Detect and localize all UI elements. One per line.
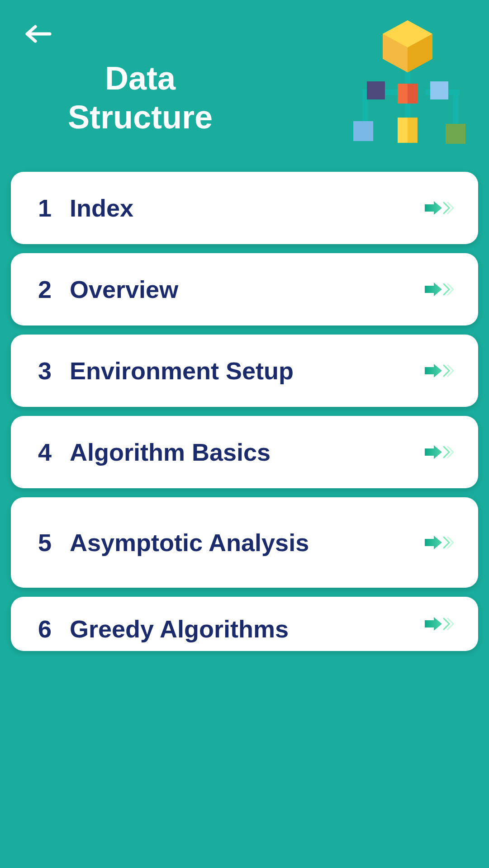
data-structure-illustration-icon [340,14,475,149]
topic-title: Algorithm Basics [70,438,424,466]
back-arrow-icon [18,25,54,43]
page-title: Data Structure [54,59,226,137]
topic-card[interactable]: 5Asymptotic Analysis [11,497,478,588]
topic-title: Overview [70,275,424,303]
forward-arrow-icon [424,280,456,298]
topic-number: 2 [38,275,70,303]
topic-title: Asymptotic Analysis [70,528,424,557]
topic-card[interactable]: 4Algorithm Basics [11,416,478,488]
svg-rect-18 [398,118,408,143]
forward-arrow-icon [424,533,456,552]
svg-rect-16 [353,121,373,141]
topic-number: 4 [38,438,70,466]
svg-rect-14 [367,81,385,99]
svg-rect-19 [446,124,465,144]
forward-arrow-icon [424,443,456,461]
back-button[interactable] [18,23,54,45]
topic-list: 1Index 2Overview 3Environment Setup 4Alg… [0,172,489,651]
topic-card[interactable]: 3Environment Setup [11,335,478,407]
topic-title: Greedy Algorithms [70,615,424,643]
topic-number: 1 [38,194,70,222]
topic-number: 3 [38,357,70,385]
topic-card[interactable]: 6Greedy Algorithms [11,597,478,651]
svg-rect-15 [430,81,448,99]
topic-title: Index [70,194,424,222]
topic-number: 5 [38,528,70,557]
topic-card[interactable]: 2Overview [11,253,478,326]
topic-title: Environment Setup [70,357,424,385]
forward-arrow-icon [424,615,456,633]
topic-number: 6 [38,615,70,643]
svg-rect-13 [398,84,408,104]
forward-arrow-icon [424,199,456,217]
svg-rect-5 [453,92,458,124]
header: Data Structure [0,0,489,172]
topic-card[interactable]: 1Index [11,172,478,244]
forward-arrow-icon [424,362,456,380]
